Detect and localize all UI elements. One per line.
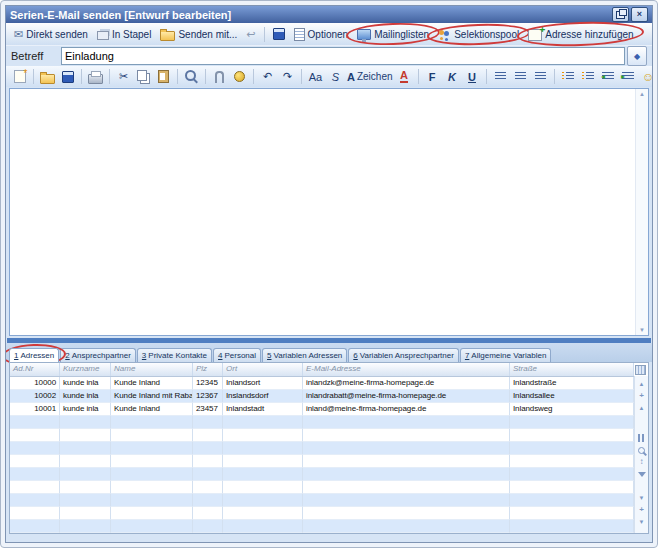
mailing-lists-button[interactable]: Mailinglisten	[353, 27, 433, 41]
close-button[interactable]: ×	[631, 7, 648, 22]
table-cell	[193, 429, 223, 442]
open-button[interactable]	[38, 68, 57, 85]
column-header[interactable]: E-Mail-Adresse	[303, 363, 510, 376]
add-address-button[interactable]: Adresse hinzufügen	[524, 26, 637, 42]
separator	[486, 69, 487, 84]
scroll-up-icon[interactable]: ▲	[639, 91, 645, 97]
reply-button[interactable]: ↩	[242, 28, 259, 41]
tab-adressen[interactable]: 1Adressen	[9, 348, 59, 362]
column-header[interactable]: Kurzname	[60, 363, 111, 376]
editor-scrollbar[interactable]: ▲ ▼	[635, 89, 648, 335]
titlebar[interactable]: Serien-E-Mail senden [Entwurf bearbeiten…	[6, 6, 652, 23]
subject-dropdown-button[interactable]: ◆	[627, 46, 647, 66]
outdent-button[interactable]	[599, 68, 618, 85]
numbered-list-button[interactable]	[559, 68, 578, 85]
new-button[interactable]	[10, 68, 29, 85]
table-cell	[10, 468, 60, 481]
save-button[interactable]	[269, 27, 289, 41]
sort-icon[interactable]: ↕	[635, 456, 648, 468]
tab-personal[interactable]: 4Personal	[213, 348, 261, 362]
selection-pool-button[interactable]: Selektionspool	[434, 28, 523, 41]
table-row[interactable]	[10, 416, 634, 429]
align-left-button[interactable]	[491, 68, 510, 85]
filter-icon[interactable]	[635, 468, 648, 480]
open-folder-icon	[40, 74, 55, 84]
italic-button[interactable]: K	[443, 68, 462, 85]
column-header[interactable]: Ort	[223, 363, 303, 376]
columns-icon[interactable]	[635, 432, 648, 444]
align-center-button[interactable]	[511, 68, 530, 85]
italic-label: K	[448, 71, 456, 83]
table-row[interactable]	[10, 507, 634, 520]
page-prev-icon[interactable]: +	[635, 390, 648, 402]
bold-button[interactable]: F	[423, 68, 442, 85]
send-with-button[interactable]: Senden mit...	[156, 26, 241, 42]
tab-variablen-adressen[interactable]: 5Variablen Adressen	[262, 348, 347, 362]
copy-button[interactable]	[134, 68, 153, 85]
column-header[interactable]: Ad.Nr	[10, 363, 60, 376]
bullet-list-icon	[582, 72, 594, 81]
subject-input[interactable]	[61, 47, 625, 65]
table-row[interactable]: 10001kunde inlaKunde Inland23457Inlandst…	[10, 403, 634, 416]
tab-key: 1	[14, 351, 18, 360]
zoom-button[interactable]	[182, 68, 201, 85]
table-cell	[510, 442, 634, 455]
page-next-icon[interactable]: +	[635, 504, 648, 516]
table-row[interactable]	[10, 455, 634, 468]
tab-ansprechpartner[interactable]: 2Ansprechpartner	[60, 348, 136, 362]
table-row[interactable]	[10, 429, 634, 442]
in-batch-button[interactable]: In Stapel	[93, 27, 155, 41]
column-header[interactable]: Straße	[510, 363, 634, 376]
row-up-icon[interactable]: ▲	[635, 402, 648, 414]
batch-stack-icon	[97, 31, 109, 40]
redo-button[interactable]: ↷	[278, 68, 297, 85]
goto-last-icon[interactable]: ▼	[635, 516, 648, 528]
table-options-icon[interactable]	[635, 365, 646, 375]
direct-send-button[interactable]: ✉ Direkt senden	[10, 28, 92, 41]
subject-label: Betreff	[11, 50, 61, 62]
restore-button[interactable]	[612, 7, 629, 22]
table-row[interactable]	[10, 481, 634, 494]
font-color-button[interactable]: A	[395, 68, 414, 85]
bullet-list-button[interactable]	[579, 68, 598, 85]
table-cell	[510, 468, 634, 481]
tab-allgemeine-variablen[interactable]: 7Allgemeine Variablen	[460, 348, 551, 362]
strikethrough-button[interactable]: S	[326, 68, 345, 85]
table-row[interactable]	[10, 494, 634, 507]
search-icon[interactable]	[635, 444, 648, 456]
table-cell	[510, 494, 634, 507]
tab-key: 4	[218, 351, 222, 360]
scroll-down-icon[interactable]: ▼	[639, 327, 645, 333]
options-button[interactable]: Optionen	[290, 27, 353, 42]
spellcheck-button[interactable]	[230, 68, 249, 85]
table-row[interactable]	[10, 520, 634, 533]
table-cell	[60, 494, 111, 507]
row-down-icon[interactable]: ▼	[635, 492, 648, 504]
print-button[interactable]	[86, 68, 105, 85]
column-header[interactable]: Plz	[193, 363, 223, 376]
character-button[interactable]: AZeichen	[346, 68, 394, 85]
copy-icon	[137, 70, 147, 81]
selection-pool-people-icon	[438, 29, 451, 40]
tab-private-kontakte[interactable]: 3Private Kontakte	[137, 348, 212, 362]
indent-button[interactable]	[619, 68, 638, 85]
align-right-button[interactable]	[531, 68, 550, 85]
tab-variablen-ansprechpartner[interactable]: 6Variablen Ansprechpartner	[348, 348, 459, 362]
character-text-label: Zeichen	[357, 71, 393, 82]
subject-row: Betreff ◆	[6, 46, 652, 66]
goto-first-icon[interactable]: ▲	[635, 378, 648, 390]
attach-button[interactable]	[210, 68, 229, 85]
table-row[interactable]	[10, 468, 634, 481]
undo-button[interactable]: ↶	[258, 68, 277, 85]
underline-button[interactable]: U	[463, 68, 482, 85]
paste-button[interactable]	[154, 68, 173, 85]
column-header[interactable]: Name	[111, 363, 193, 376]
table-row[interactable]	[10, 442, 634, 455]
cut-button[interactable]: ✂	[114, 68, 133, 85]
font-size-button[interactable]: Aa	[306, 68, 325, 85]
table-row[interactable]: 10000kunde inlaKunde Inland12345Inlandso…	[10, 377, 634, 390]
email-body-editor[interactable]	[10, 89, 634, 335]
save-editor-button[interactable]	[58, 68, 77, 85]
smiley-button[interactable]: ☺	[639, 68, 653, 85]
table-row[interactable]: 10002kunde inlaKunde Inland mit Rabatt12…	[10, 390, 634, 403]
